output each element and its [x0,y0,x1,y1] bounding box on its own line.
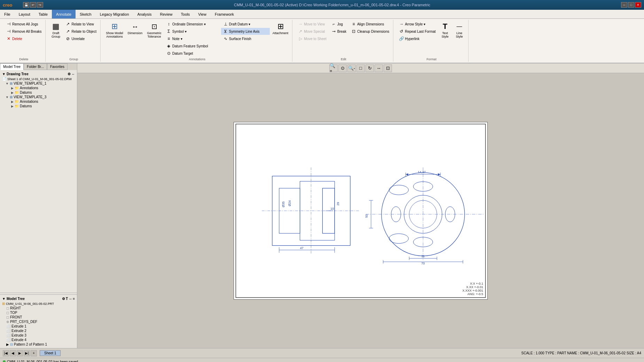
coord-xx: X.XX +-0.01 [462,285,483,289]
window-title: CMM_U-01_M-06_001-05-02 (Active) D:\Creo… [43,3,621,7]
menu-file[interactable]: File [0,10,15,18]
remove-all-breaks-button[interactable]: ⊣ Remove All Breaks [4,28,43,35]
menu-table[interactable]: Table [34,10,52,18]
model-csys[interactable]: ⊕ PRT_CSYS_DEF [1,319,76,324]
tree-tab-model[interactable]: Model Tree [0,63,24,70]
geometric-tolerance-button[interactable]: ⊡ GeometricTolerance [145,21,163,39]
view-template-1-datums[interactable]: ▶ 📁 Datums [1,90,76,95]
quick-access-redo[interactable]: ↪ [37,2,43,8]
menu-tools[interactable]: Tools [177,10,194,18]
dimension-button[interactable]: ↔ Dimension [126,21,144,36]
extrude1-icon: ⬜ [6,324,10,328]
zoom-in-button[interactable]: 🔍+ [329,64,338,72]
unrelate-button[interactable]: ⊘ Unrelate [63,35,98,42]
attachment-button[interactable]: ⊞ Attachment [271,21,290,36]
model-right[interactable]: ◻ RIGHT [1,306,76,310]
quick-access-undo[interactable]: ↩ [30,2,36,8]
menu-analysis[interactable]: Analysis [133,10,156,18]
drawing-tree-expand-icon[interactable]: ↔ [71,72,75,76]
drawing-tree-settings-icon[interactable]: ⚙ [68,72,71,76]
menu-sketch[interactable]: Sketch [76,10,96,18]
drawing-canvas[interactable]: Ø35 Ø24 47 10 29 [77,73,644,348]
sheet-add-button[interactable]: + [31,350,37,356]
view-mode-button[interactable]: ↔ [375,64,383,72]
jog-button[interactable]: ⌐ Jog [329,21,348,28]
symbol-button[interactable]: Σ Symbol ▾ [164,28,220,35]
model-tree-expand2-icon[interactable]: ↔ [69,297,72,301]
move-special-button[interactable]: ↗ Move Special [296,28,328,35]
model-extrude1[interactable]: ⬜ Extrude 1 [1,324,76,329]
model-tree-filter-icon[interactable]: ⚙ [62,297,65,301]
pan-button[interactable]: □ [356,64,365,72]
model-tree-settings-icon[interactable]: T [66,297,68,301]
delete-button[interactable]: ✕ Delete [4,35,43,42]
zoom-fit-button[interactable]: ⊙ [338,64,347,72]
menu-annotate[interactable]: Annotate [52,10,76,18]
model-prt[interactable]: ⊞ CMM_U-01_M-06_001-05-02.PRT [1,301,76,306]
view-template-3-annotations[interactable]: ▶ 📁 Annotations [1,99,76,104]
model-top[interactable]: ◻ TOP [1,310,76,315]
menu-review[interactable]: Review [156,10,177,18]
ribbon-col-edit: → Move to View ↗ Move Special ▷ Move to … [296,21,328,42]
arrow-style-button[interactable]: → Arrow Style ▾ [397,21,437,28]
model-tree-more-icon[interactable]: ≡ [73,297,75,301]
menu-layout[interactable]: Layout [15,10,34,18]
quick-access-save[interactable]: 💾 [23,2,29,8]
ordinate-dimension-button[interactable]: ↕ Ordinate Dimension ▾ [164,21,220,28]
sheet-next-button[interactable]: ▶ [17,350,23,356]
line-style-button[interactable]: — LineStyle [453,21,466,39]
extrude4-label: Extrude 4 [11,338,26,342]
sheet-prev-button[interactable]: ◀ [10,350,16,356]
datum-3-arrow: ▶ [11,105,14,108]
draft-datum-button[interactable]: ⊥ Draft Datum ▾ [221,21,270,28]
delete-icon: ✕ [6,36,11,41]
move-to-sheet-button[interactable]: ▷ Move to Sheet [296,35,328,42]
model-front[interactable]: ◻ FRONT [1,315,76,319]
view-template-1-annotations[interactable]: ▶ 📁 Annotations [1,86,76,90]
sheet-last-button[interactable]: ▶| [24,350,30,356]
relate-to-object-button[interactable]: ↗ Relate to Object [63,28,98,35]
sheet-1-tab[interactable]: Sheet 1 [40,350,61,356]
restore-button[interactable]: □ [628,2,634,8]
align-dimensions-button[interactable]: ≡ Align Dimensions [349,21,391,28]
view-template-3[interactable]: ▼ ⊞ VIEW_TEMPLATE_3 [1,95,76,99]
cleanup-dimensions-button[interactable]: ⊡ Cleanup Dimensions [349,28,391,35]
datum-feature-icon: ◈ [166,43,172,49]
menu-framework[interactable]: Framework [211,10,238,18]
draft-group-button[interactable]: ▦ DraftGroup [49,21,62,39]
dimension-icon: ↔ [130,22,140,31]
menu-view[interactable]: View [194,10,211,18]
model-extrude3[interactable]: ⬜ Extrude 3 [1,333,76,338]
hyperlink-button[interactable]: 🔗 Hyperlink [397,35,437,42]
datum-target-button[interactable]: ⊙ Datum Target [164,50,220,57]
app-logo: creo [3,2,20,8]
menu-legacy-migration[interactable]: Legacy Migration [96,10,133,18]
tree-tab-folder[interactable]: Folder Br... [24,63,47,70]
close-button[interactable]: ✕ [635,2,641,8]
minimize-button[interactable]: ─ [621,2,627,8]
repeat-last-format-button[interactable]: ↺ Repeat Last Format [397,28,437,35]
break-button[interactable]: ⊸ Break [329,28,348,35]
zoom-out-button[interactable]: 🔍- [347,64,356,72]
sheet-first-button[interactable]: |◀ [3,350,9,356]
view-template-1[interactable]: ▼ ⊞ VIEW_TEMPLATE_1 [1,81,76,86]
relate-to-view-button[interactable]: ↗ Relate to View [63,21,98,28]
note-button[interactable]: ≡ Note ▾ [164,35,220,42]
tree-tab-favorites[interactable]: Favorites [47,63,68,70]
extrude2-icon: ⬜ [6,329,10,333]
view-template-3-datums[interactable]: ▶ 📁 Datums [1,104,76,108]
model-pattern[interactable]: ▶ ⊟ Pattern 2 of Pattern 1 [1,342,76,347]
text-style-button[interactable]: T TextStyle [439,21,452,39]
drawing-tree-sheet[interactable]: 📄 Sheet 1 of CMM_U-01_M-06_001-05-02.DRW [1,77,76,81]
display-button[interactable]: ⊡ [384,64,392,72]
remove-all-jogs-button[interactable]: ⊣ Remove All Jogs [4,21,43,28]
model-extrude4[interactable]: ⬜ Extrude 4 [1,338,76,342]
surface-finish-button[interactable]: ∿ Surface Finish [221,35,270,42]
show-model-annotations-button[interactable]: ⊞ Show ModelAnnotations [104,21,125,39]
draft-datum-icon: ⊥ [223,21,228,27]
datum-feature-symbol-button[interactable]: ◈ Datum Feature Symbol [164,43,220,49]
symmetry-line-axis-button[interactable]: ⊻ Symmetry Line Axis [221,28,270,35]
model-extrude2[interactable]: ⬜ Extrude 2 [1,329,76,333]
move-to-view-button[interactable]: → Move to View [296,21,328,28]
rotate-button[interactable]: ↻ [366,64,374,72]
